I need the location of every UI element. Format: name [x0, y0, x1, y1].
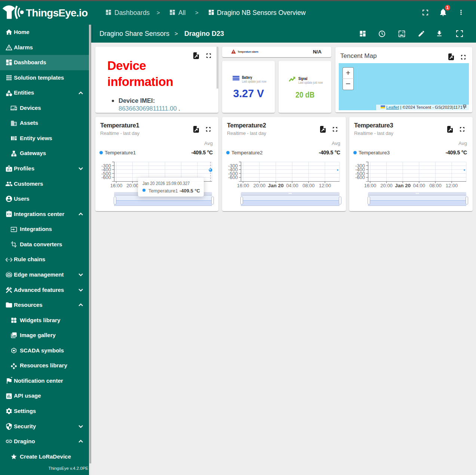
svg-text:04:00: 04:00 [286, 183, 298, 188]
svg-text:20:00: 20:00 [126, 183, 139, 188]
svg-text:08:00: 08:00 [429, 183, 442, 188]
svg-text:-600: -600 [228, 175, 238, 180]
svg-text:16:00: 16:00 [237, 183, 249, 188]
svg-text:12:00: 12:00 [446, 183, 458, 188]
svg-text:16:00: 16:00 [364, 183, 377, 188]
svg-text:04:00: 04:00 [413, 183, 426, 188]
svg-text:12:00: 12:00 [319, 183, 331, 188]
svg-text:08:00: 08:00 [303, 183, 315, 188]
svg-text:16:00: 16:00 [110, 183, 123, 188]
svg-text:Jan 20: Jan 20 [268, 183, 284, 188]
svg-text:-600: -600 [355, 175, 365, 180]
svg-text:20:00: 20:00 [380, 183, 393, 188]
svg-text:20:00: 20:00 [254, 183, 266, 188]
svg-text:-600: -600 [101, 175, 111, 180]
svg-text:Jan 20: Jan 20 [395, 183, 411, 188]
